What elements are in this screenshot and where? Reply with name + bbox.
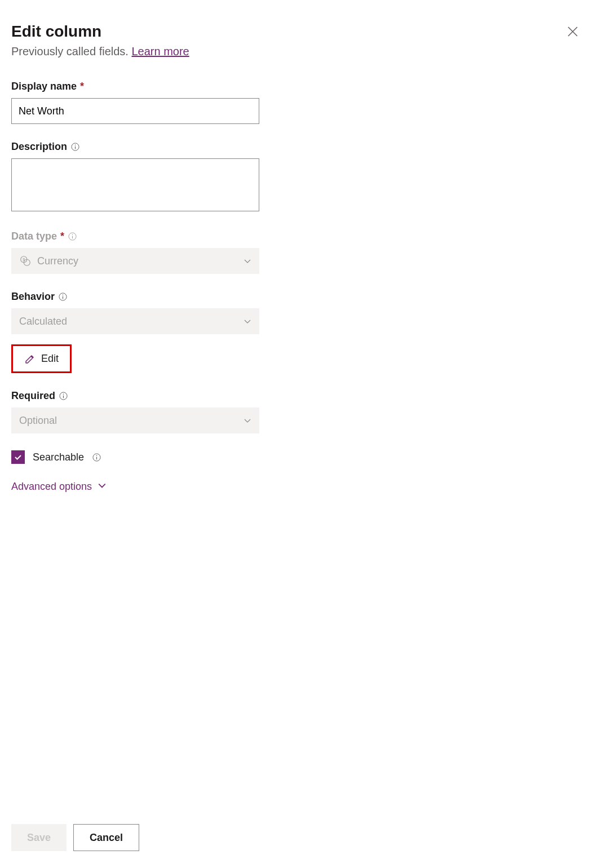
behavior-select: Calculated (11, 308, 259, 334)
check-icon (14, 453, 23, 462)
display-name-label: Display name * (11, 81, 259, 92)
edit-behavior-button[interactable]: Edit (15, 348, 68, 369)
required-label-text: Required (11, 390, 55, 402)
display-name-input[interactable] (11, 98, 259, 124)
data-type-label-text: Data type (11, 231, 57, 242)
description-label-text: Description (11, 141, 67, 153)
learn-more-link[interactable]: Learn more (131, 45, 189, 57)
behavior-value: Calculated (19, 316, 67, 327)
subtitle-text: Previously called fields. (11, 45, 131, 57)
pencil-icon (24, 353, 36, 365)
info-icon[interactable] (58, 293, 67, 302)
description-input[interactable] (11, 158, 259, 211)
svg-point-10 (63, 393, 64, 395)
panel-subtitle: Previously called fields. Learn more (11, 45, 564, 58)
advanced-options-label: Advanced options (11, 481, 92, 493)
cancel-button[interactable]: Cancel (73, 824, 139, 851)
required-label: Required (11, 390, 259, 402)
data-type-value: Currency (37, 255, 78, 267)
behavior-label-text: Behavior (11, 291, 55, 303)
svg-point-3 (72, 234, 73, 235)
edit-button-label: Edit (41, 353, 59, 365)
svg-point-1 (74, 144, 76, 145)
required-select: Optional (11, 408, 259, 433)
info-icon[interactable] (70, 143, 79, 152)
edit-button-highlight: Edit (11, 344, 72, 373)
info-icon[interactable] (59, 392, 68, 401)
save-button[interactable]: Save (11, 824, 67, 851)
searchable-checkbox[interactable] (11, 450, 25, 464)
behavior-label: Behavior (11, 291, 259, 303)
required-indicator: * (80, 81, 84, 92)
chevron-down-icon (98, 481, 107, 493)
currency-icon: $ (19, 255, 32, 267)
chevron-down-icon (244, 417, 251, 424)
info-icon[interactable] (68, 232, 77, 241)
required-value: Optional (19, 415, 57, 427)
required-indicator: * (60, 231, 64, 242)
close-button[interactable] (564, 23, 582, 41)
data-type-label: Data type * (11, 231, 259, 242)
svg-point-8 (62, 294, 63, 295)
chevron-down-icon (244, 317, 251, 325)
display-name-label-text: Display name (11, 81, 77, 92)
svg-point-12 (96, 455, 97, 456)
panel-title: Edit column (11, 23, 564, 41)
searchable-label: Searchable (33, 451, 84, 463)
description-label: Description (11, 141, 259, 153)
close-icon (568, 26, 578, 37)
info-icon[interactable] (92, 453, 101, 462)
chevron-down-icon (244, 257, 251, 265)
data-type-select: $ Currency (11, 248, 259, 274)
advanced-options-toggle[interactable]: Advanced options (11, 481, 259, 493)
